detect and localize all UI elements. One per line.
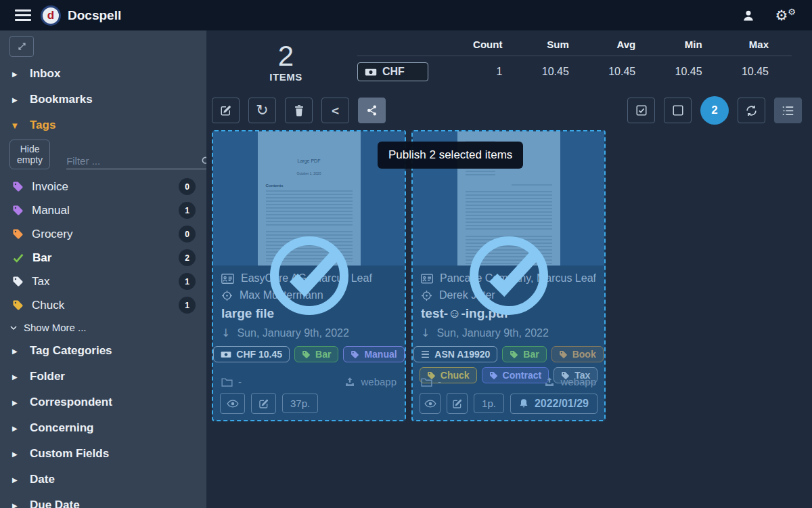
sidebar-item-bookmarks[interactable]: ▶ Bookmarks bbox=[0, 87, 206, 112]
item-card-test-ing-pdf[interactable]: Pancake Company, Marcus Leaf Derek Jeter… bbox=[411, 130, 606, 421]
correspondent-line: Pancake Company, Marcus Leaf bbox=[421, 272, 596, 284]
tag-item-bar[interactable]: Bar 2 bbox=[0, 246, 206, 270]
select-all-button[interactable] bbox=[627, 98, 655, 123]
tag-badge-book[interactable]: Book bbox=[551, 346, 604, 362]
preview-button[interactable] bbox=[220, 393, 245, 414]
tag-name: Invoice bbox=[32, 180, 68, 194]
item-title: test-☺-ing.pdf bbox=[421, 306, 596, 321]
tag-name: Bar bbox=[32, 251, 51, 265]
sidebar-item-tags[interactable]: ▼ Tags bbox=[0, 112, 206, 138]
sidebar-item-inbox[interactable]: ▶ Inbox bbox=[0, 61, 206, 87]
eye-icon bbox=[227, 399, 239, 408]
upload-icon bbox=[344, 377, 355, 387]
folder-icon bbox=[221, 377, 233, 387]
sidebar-item-label: Inbox bbox=[30, 67, 60, 81]
edit-selected-button[interactable] bbox=[212, 98, 240, 123]
collapse-sidebar-button[interactable] bbox=[9, 36, 34, 57]
show-more-link[interactable]: Show More ... bbox=[0, 317, 206, 338]
user-icon[interactable] bbox=[742, 9, 755, 22]
stats-header-avg: Avg bbox=[592, 39, 658, 50]
sidebar-item-concerning[interactable]: ▶ Concerning bbox=[0, 415, 206, 441]
edit-item-button[interactable] bbox=[251, 393, 276, 414]
preview-button[interactable] bbox=[420, 393, 441, 414]
bars-icon bbox=[421, 350, 430, 358]
tag-icon bbox=[302, 350, 311, 359]
tag-count-badge: 2 bbox=[179, 249, 196, 266]
sidebar-item-correspondent[interactable]: ▶ Correspondent bbox=[0, 389, 206, 415]
selected-count-badge: 2 bbox=[700, 96, 729, 125]
reprocess-selected-button[interactable]: ↻ bbox=[248, 98, 276, 123]
page-count-badge: 1p. bbox=[474, 394, 504, 413]
stats-value-sum: 10.45 bbox=[525, 66, 591, 78]
sidebar-item-date[interactable]: ▶ Date bbox=[0, 467, 206, 492]
tag-count-badge: 1 bbox=[179, 297, 196, 314]
item-date: ↓ Sun, January 9th, 2022 bbox=[421, 326, 596, 339]
edit-icon bbox=[258, 398, 269, 409]
square-icon bbox=[672, 104, 684, 117]
sidebar-item-due-date[interactable]: ▶ Due Date bbox=[0, 492, 206, 508]
tag-badge-bar[interactable]: Bar bbox=[294, 346, 338, 362]
folder-value: - bbox=[438, 376, 441, 387]
thumb-heading: Contents bbox=[266, 184, 353, 188]
sidebar-item-folder[interactable]: ▶ Folder bbox=[0, 364, 206, 389]
tag-badge-manual[interactable]: Manual bbox=[343, 346, 404, 362]
menu-icon[interactable] bbox=[15, 9, 31, 21]
merge-selected-button[interactable]: < bbox=[321, 98, 349, 123]
items-count: 2 bbox=[247, 41, 325, 71]
merge-icon: < bbox=[332, 104, 339, 117]
tag-item-manual[interactable]: Manual 1 bbox=[0, 198, 206, 222]
bell-icon bbox=[519, 398, 528, 408]
caret-right-icon: ▶ bbox=[12, 96, 19, 104]
crosshair-icon bbox=[421, 290, 432, 301]
exit-select-mode-button[interactable] bbox=[738, 98, 765, 123]
tag-item-grocery[interactable]: Grocery 0 bbox=[0, 222, 206, 246]
docspell-logo-icon: d bbox=[41, 5, 61, 26]
deselect-all-button[interactable] bbox=[664, 98, 692, 123]
source-value: webapp bbox=[560, 376, 596, 387]
edit-icon bbox=[452, 398, 463, 409]
edit-item-button[interactable] bbox=[447, 393, 468, 414]
settings-gears-icon[interactable]: ⚙⚙ bbox=[775, 7, 796, 24]
tag-name: Chuck bbox=[32, 299, 64, 312]
money-bill-icon bbox=[221, 351, 231, 358]
card-footer-meta: - webapp bbox=[221, 376, 397, 387]
caret-right-icon: ▶ bbox=[12, 476, 19, 484]
check-icon bbox=[12, 252, 24, 264]
tag-count-badge: 1 bbox=[179, 273, 196, 290]
asn-badge: ASN A19920 bbox=[413, 346, 497, 362]
publish-selected-button[interactable] bbox=[358, 98, 386, 123]
stats-value-min: 10.45 bbox=[658, 66, 725, 78]
list-view-toggle-button[interactable] bbox=[774, 98, 802, 123]
tag-item-chuck[interactable]: Chuck 1 bbox=[0, 293, 206, 317]
tag-badge-bar[interactable]: Bar bbox=[502, 346, 546, 362]
tag-filter-field bbox=[66, 155, 206, 169]
money-bill-icon bbox=[365, 68, 377, 77]
tag-count-badge: 0 bbox=[179, 226, 196, 242]
caret-right-icon: ▶ bbox=[12, 70, 19, 78]
stats-value-avg: 10.45 bbox=[592, 66, 658, 78]
delete-selected-button[interactable] bbox=[285, 98, 313, 123]
tag-icon bbox=[12, 228, 24, 240]
correspondent-line: EasyCare AG, Marcus Leaf bbox=[221, 272, 397, 284]
trash-icon bbox=[294, 104, 304, 117]
currency-chf-badge: CHF bbox=[357, 62, 428, 81]
tag-icon bbox=[12, 181, 24, 192]
concerning-line: Max Mustermann bbox=[221, 289, 397, 301]
sidebar-item-tag-categories[interactable]: ▶ Tag Categories bbox=[0, 338, 206, 364]
tag-filter-input[interactable] bbox=[66, 155, 201, 167]
source-value: webapp bbox=[361, 376, 397, 387]
arrow-down-icon: ↓ bbox=[421, 326, 430, 339]
document-thumbnail: Large PDF October 1, 2020 Contents bbox=[213, 131, 405, 266]
tag-item-tax[interactable]: Tax 1 bbox=[0, 270, 206, 293]
address-card-icon bbox=[221, 274, 234, 284]
tag-icon bbox=[12, 276, 24, 287]
item-title: large file bbox=[221, 306, 397, 321]
card-actions: 37p. bbox=[220, 393, 398, 414]
eye-icon bbox=[424, 399, 436, 408]
tag-item-invoice[interactable]: Invoice 0 bbox=[0, 175, 206, 198]
item-card-large-file[interactable]: Large PDF October 1, 2020 Contents EasyC… bbox=[212, 130, 406, 421]
sidebar-item-label: Tags bbox=[30, 119, 55, 132]
tag-count-badge: 0 bbox=[179, 178, 196, 195]
sidebar-item-custom-fields[interactable]: ▶ Custom Fields bbox=[0, 441, 206, 467]
hide-empty-button[interactable]: Hide empty bbox=[9, 140, 50, 169]
